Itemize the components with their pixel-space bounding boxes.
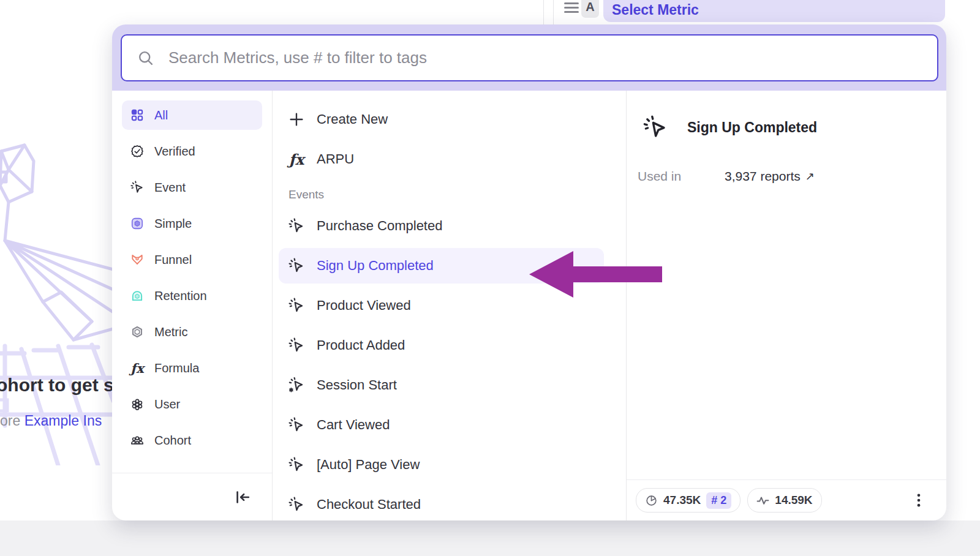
event-item-label: Product Viewed [317,298,411,314]
formula-fx-icon: ƒx [288,151,304,168]
event-item-label: Checkout Started [317,497,421,513]
sidebar-footer [112,473,272,520]
panel-divider [553,0,554,24]
events-section-header: Events [279,181,620,208]
event-cursor-icon [288,218,304,234]
event-item-product-added[interactable]: Product Added [279,328,620,363]
verified-seal-icon [130,145,144,158]
stat-value: 14.59K [775,494,812,507]
series-a-badge: A [581,0,599,18]
sidebar-item-label: All [154,108,168,122]
sidebar-item-event[interactable]: Event [122,173,262,202]
plus-icon [288,111,304,127]
cohort-people-icon [130,434,144,447]
event-item-label: Sign Up Completed [317,258,434,274]
event-item-label: Session Start [317,377,397,393]
event-item-label: Product Added [317,337,405,353]
event-item-auto-page-view[interactable]: [Auto] Page View [279,447,620,483]
event-item-label: [Auto] Page View [317,457,420,473]
detail-header: Sign Up Completed [643,115,817,140]
user-cluster-icon [130,397,144,411]
used-in-label: Used in [638,169,725,184]
category-sidebar: All Verified Event Simple Funnel [112,91,273,520]
sidebar-item-label: Verified [154,145,195,159]
event-item-purchase-completed[interactable]: Purchase Completed [279,208,620,244]
select-metric-label: Select Metric [612,0,699,18]
event-cursor-icon [288,298,304,314]
sidebar-item-verified[interactable]: Verified [122,137,262,166]
rank-chip: # 2 [706,492,731,509]
retention-icon [130,289,144,302]
reports-count: 3,937 reports [725,169,801,184]
event-cursor-icon [643,115,668,140]
background-muted-fragment: ore [0,413,24,429]
event-cursor-icon [288,497,304,513]
annotation-arrow [526,248,663,303]
simple-icon [130,217,144,230]
event-item-checkout-started[interactable]: Checkout Started [279,487,620,520]
event-cursor-icon [288,258,304,274]
event-cursor-icon [288,417,304,433]
search-section [112,24,946,91]
sidebar-item-metric[interactable]: Metric [122,317,262,347]
sidebar-item-label: Event [154,181,186,195]
create-new-label: Create New [317,111,388,127]
grid-icon [130,108,144,122]
background-headline-fragment: ohort to get s [0,375,114,396]
event-item-label: Cart Viewed [317,417,390,433]
list-item-arpu[interactable]: ƒx ARPU [279,141,620,177]
pulse-icon [756,494,769,507]
search-input[interactable] [167,48,921,68]
sidebar-item-retention[interactable]: Retention [122,281,262,310]
sidebar-item-formula[interactable]: ƒx Formula [122,353,262,383]
metric-hexagon-icon [130,325,144,339]
used-in-row: Used in 3,937 reports ↗ [638,169,815,184]
collapse-left-icon[interactable] [234,489,251,506]
create-new-button[interactable]: Create New [279,102,620,137]
pie-chart-icon [645,494,658,507]
event-cursor-icon [288,337,304,353]
event-item-cart-viewed[interactable]: Cart Viewed [279,407,620,443]
event-item-label: Purchase Completed [317,218,442,234]
sidebar-item-label: Formula [154,361,199,375]
metric-list: Create New ƒx ARPU Events Purchase Compl… [273,91,627,520]
sidebar-item-label: Metric [154,325,187,339]
detail-footer: 47.35K # 2 14.59K [627,479,946,520]
example-insights-link[interactable]: Example Ins [24,413,102,429]
external-link-arrow-icon: ↗ [805,170,815,183]
event-item-session-start[interactable]: Session Start [279,367,620,403]
event-cursor-icon [130,181,144,194]
sidebar-item-label: Cohort [154,434,191,448]
stat-pill-activity[interactable]: 14.59K [747,488,821,513]
panel-divider [543,0,544,24]
sidebar-item-cohort[interactable]: Cohort [122,426,262,455]
sidebar-item-label: Simple [154,217,192,231]
sidebar-item-funnel[interactable]: Funnel [122,245,262,274]
drag-handle-icon[interactable] [564,2,579,13]
search-box[interactable] [121,34,938,81]
background-subtext: ore Example Ins [0,413,102,429]
detail-title: Sign Up Completed [687,119,817,136]
reports-link[interactable]: 3,937 reports ↗ [725,169,815,184]
sidebar-item-label: Funnel [154,253,192,267]
metric-detail-panel: Sign Up Completed Used in 3,937 reports … [627,91,946,520]
stat-pill-total[interactable]: 47.35K # 2 [636,488,741,513]
screen: ohort to get s ore Example Ins A Select … [0,0,980,556]
sidebar-item-label: User [154,397,180,411]
event-cursor-icon [288,457,304,473]
page-bottom-strip [0,520,980,556]
event-cursor-star-icon [288,377,304,393]
sidebar-item-label: Retention [154,289,207,303]
sidebar-item-simple[interactable]: Simple [122,209,262,238]
sidebar-item-user[interactable]: User [122,389,262,419]
sidebar-item-all[interactable]: All [122,100,262,130]
list-item-label: ARPU [317,151,354,167]
select-metric-button[interactable]: Select Metric [603,0,945,22]
kebab-menu-icon[interactable] [911,492,926,509]
magnifier-icon [138,50,154,66]
formula-fx-icon: ƒx [130,361,144,376]
funnel-icon [130,253,144,266]
stat-value: 47.35K [663,494,701,507]
